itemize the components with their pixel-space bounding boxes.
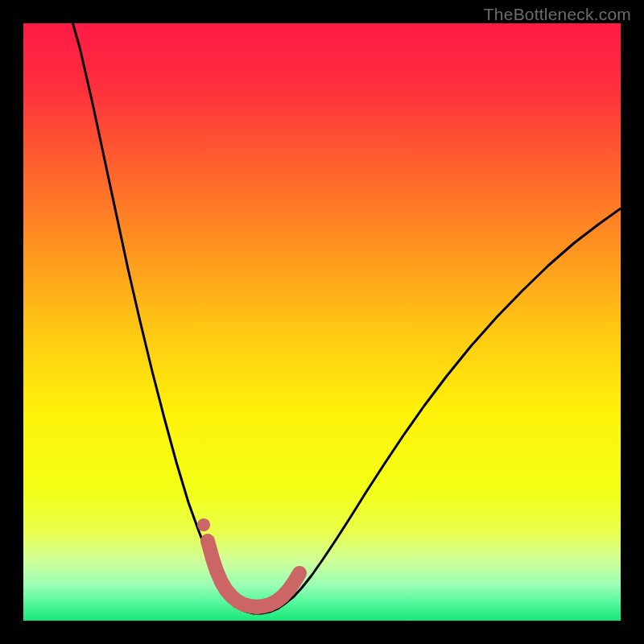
bottleneck-curve: [72, 23, 621, 613]
chart-frame: [23, 23, 621, 621]
highlight-overlay: [208, 541, 299, 607]
chart-plot: [23, 23, 621, 621]
watermark-text: TheBottleneck.com: [484, 5, 631, 24]
highlight-dot: [197, 518, 210, 531]
